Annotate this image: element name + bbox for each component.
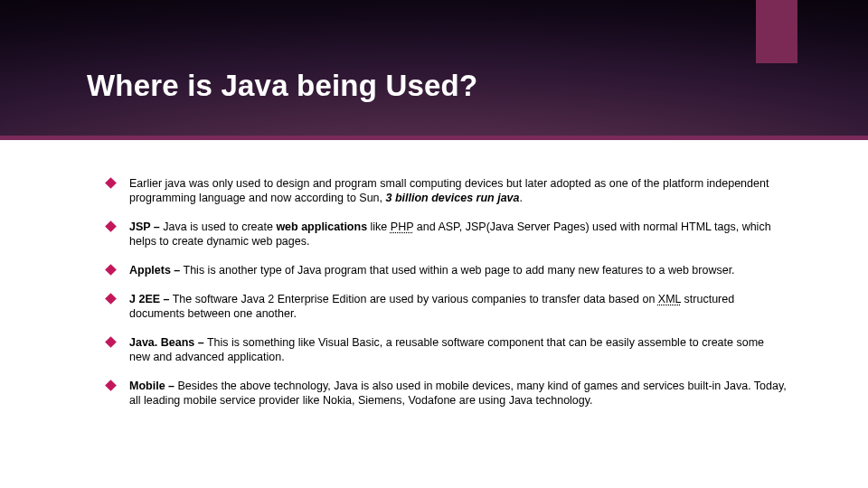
bullet-text: J 2EE – The software Java 2 Enterprise E…	[129, 292, 787, 321]
content-area: Earlier java was only used to design and…	[107, 176, 787, 422]
bullet-text: Applets – This is another type of Java p…	[129, 263, 787, 277]
bullet-item: J 2EE – The software Java 2 Enterprise E…	[107, 292, 787, 321]
bullet-text: Java. Beans – This is something like Vis…	[129, 335, 787, 364]
diamond-bullet-icon	[105, 264, 117, 276]
bullet-text: Mobile – Besides the above technology, J…	[129, 379, 787, 408]
bullet-item: Earlier java was only used to design and…	[107, 176, 787, 205]
diamond-bullet-icon	[105, 177, 117, 189]
accent-box	[756, 0, 797, 63]
bullet-text: JSP – Java is used to create web applica…	[129, 220, 787, 249]
diamond-bullet-icon	[105, 221, 117, 232]
bullet-item: Applets – This is another type of Java p…	[107, 263, 787, 277]
diamond-bullet-icon	[105, 380, 117, 391]
slide-title: Where is Java being Used?	[87, 69, 477, 103]
bullet-item: JSP – Java is used to create web applica…	[107, 220, 787, 249]
header-divider	[0, 136, 868, 140]
diamond-bullet-icon	[105, 336, 117, 348]
bullet-text: Earlier java was only used to design and…	[129, 176, 787, 205]
bullet-item: Java. Beans – This is something like Vis…	[107, 335, 787, 364]
diamond-bullet-icon	[105, 293, 117, 305]
bullet-item: Mobile – Besides the above technology, J…	[107, 379, 787, 408]
